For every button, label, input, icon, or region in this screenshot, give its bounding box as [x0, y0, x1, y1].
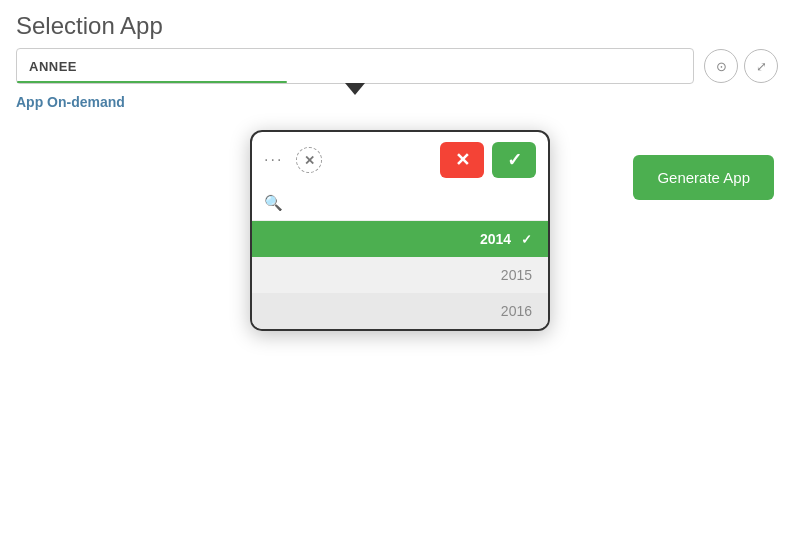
- filter-icons: ⊙ ⤢: [704, 49, 778, 83]
- clear-icon-circle: ✕: [296, 147, 322, 173]
- clear-x-icon: ✕: [304, 153, 315, 168]
- app-title: Selection App: [0, 0, 794, 48]
- popup-toolbar: ··· ✕ ✕ ✓: [252, 132, 548, 188]
- dropdown-popup: ··· ✕ ✕ ✓ 🔍 2014 ✓ 2015 2016: [250, 130, 550, 331]
- confirm-button[interactable]: ✓: [492, 142, 536, 178]
- list-item[interactable]: 2016: [252, 293, 548, 329]
- filter-input[interactable]: ANNEE: [16, 48, 694, 84]
- cancel-button[interactable]: ✕: [440, 142, 484, 178]
- search-row: 🔍: [252, 188, 548, 221]
- expand-icon-btn[interactable]: ⤢: [744, 49, 778, 83]
- app-on-demand-label: App On-demand: [0, 90, 794, 122]
- search-icon: 🔍: [264, 194, 283, 212]
- generate-app-button[interactable]: Generate App: [633, 155, 774, 200]
- list-item[interactable]: 2015: [252, 257, 548, 293]
- filter-underline: [17, 81, 287, 83]
- camera-icon: ⊙: [716, 59, 727, 74]
- confirm-icon: ✓: [507, 149, 522, 171]
- selected-checkmark: ✓: [521, 232, 532, 247]
- filter-label: ANNEE: [29, 59, 77, 74]
- camera-icon-btn[interactable]: ⊙: [704, 49, 738, 83]
- filter-bar: ANNEE ⊙ ⤢: [0, 48, 794, 84]
- search-input[interactable]: [289, 195, 536, 211]
- list-item[interactable]: 2014 ✓: [252, 221, 548, 257]
- more-options-icon[interactable]: ···: [264, 151, 283, 169]
- clear-selection-btn[interactable]: ✕: [295, 146, 323, 174]
- dropdown-arrow: [345, 83, 365, 95]
- expand-icon: ⤢: [756, 59, 767, 74]
- cancel-icon: ✕: [455, 149, 470, 171]
